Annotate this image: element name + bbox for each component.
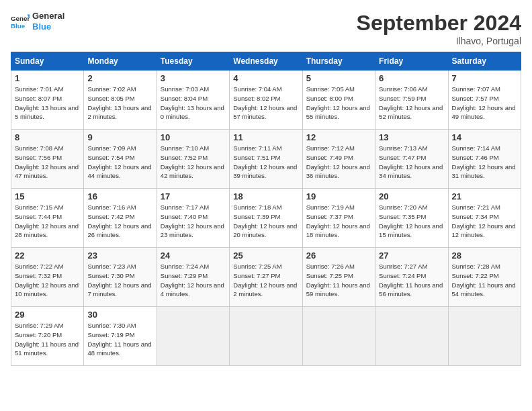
table-cell: 7 Sunrise: 7:07 AM Sunset: 7:57 PM Dayli… [448, 71, 521, 130]
day-number: 12 [306, 132, 371, 142]
calendar-header-row: Sunday Monday Tuesday Wednesday Thursday… [11, 52, 521, 71]
col-tuesday: Tuesday [157, 52, 229, 71]
daylight-text: Daylight: 12 hours and 47 minutes. [15, 163, 80, 181]
logo-blue: Blue [32, 21, 64, 32]
sunrise-text: Sunrise: 7:14 AM [452, 144, 517, 153]
sunrise-text: Sunrise: 7:17 AM [161, 203, 226, 212]
daylight-text: Daylight: 13 hours and 5 minutes. [15, 103, 80, 122]
table-cell: 19 Sunrise: 7:19 AM Sunset: 7:37 PM Dayl… [302, 189, 375, 248]
day-number: 26 [306, 250, 371, 261]
day-number: 4 [233, 73, 298, 83]
svg-text:General: General [11, 14, 30, 21]
day-info: Sunrise: 7:03 AM Sunset: 8:04 PM Dayligh… [161, 85, 226, 122]
day-number: 10 [161, 132, 226, 142]
daylight-text: Daylight: 12 hours and 49 minutes. [452, 103, 517, 122]
day-info: Sunrise: 7:18 AM Sunset: 7:39 PM Dayligh… [233, 203, 298, 240]
daylight-text: Daylight: 12 hours and 57 minutes. [233, 103, 298, 122]
table-cell [302, 307, 375, 366]
table-cell: 29 Sunrise: 7:29 AM Sunset: 7:20 PM Dayl… [11, 307, 84, 366]
sunrise-text: Sunrise: 7:28 AM [452, 262, 517, 271]
day-info: Sunrise: 7:13 AM Sunset: 7:47 PM Dayligh… [379, 144, 444, 181]
daylight-text: Daylight: 12 hours and 2 minutes. [233, 281, 298, 300]
sunset-text: Sunset: 7:56 PM [15, 153, 80, 163]
col-monday: Monday [84, 52, 157, 71]
daylight-text: Daylight: 13 hours and 0 minutes. [161, 103, 226, 122]
sunrise-text: Sunrise: 7:15 AM [15, 203, 80, 212]
day-number: 21 [452, 191, 517, 201]
day-info: Sunrise: 7:20 AM Sunset: 7:35 PM Dayligh… [379, 203, 444, 240]
sunset-text: Sunset: 7:22 PM [452, 271, 517, 281]
sunset-text: Sunset: 7:19 PM [87, 330, 152, 340]
daylight-text: Daylight: 12 hours and 10 minutes. [15, 281, 80, 300]
day-number: 5 [306, 73, 371, 83]
sunset-text: Sunset: 7:37 PM [306, 212, 371, 222]
day-number: 23 [87, 250, 152, 261]
logo: General Blue General Blue [11, 11, 64, 32]
day-info: Sunrise: 7:25 AM Sunset: 7:27 PM Dayligh… [233, 262, 298, 299]
sunrise-text: Sunrise: 7:12 AM [306, 144, 371, 153]
calendar-table: Sunday Monday Tuesday Wednesday Thursday… [11, 52, 521, 366]
page-header: General Blue General Blue September 2024… [11, 11, 521, 46]
day-info: Sunrise: 7:15 AM Sunset: 7:44 PM Dayligh… [15, 203, 80, 240]
table-cell [375, 307, 448, 366]
table-cell: 6 Sunrise: 7:06 AM Sunset: 7:59 PM Dayli… [375, 71, 448, 130]
sunrise-text: Sunrise: 7:04 AM [233, 85, 298, 94]
table-cell: 11 Sunrise: 7:11 AM Sunset: 7:51 PM Dayl… [230, 130, 302, 189]
sunrise-text: Sunrise: 7:29 AM [15, 321, 80, 330]
table-cell: 18 Sunrise: 7:18 AM Sunset: 7:39 PM Dayl… [230, 189, 302, 248]
day-info: Sunrise: 7:16 AM Sunset: 7:42 PM Dayligh… [87, 203, 152, 240]
sunrise-text: Sunrise: 7:11 AM [233, 144, 298, 153]
sunrise-text: Sunrise: 7:27 AM [379, 262, 444, 271]
daylight-text: Daylight: 12 hours and 39 minutes. [233, 163, 298, 181]
table-cell: 30 Sunrise: 7:30 AM Sunset: 7:19 PM Dayl… [84, 307, 157, 366]
daylight-text: Daylight: 12 hours and 18 minutes. [306, 222, 371, 240]
sunset-text: Sunset: 8:05 PM [87, 94, 152, 103]
table-cell: 15 Sunrise: 7:15 AM Sunset: 7:44 PM Dayl… [11, 189, 84, 248]
day-info: Sunrise: 7:21 AM Sunset: 7:34 PM Dayligh… [452, 203, 517, 240]
sunset-text: Sunset: 7:32 PM [15, 271, 80, 281]
sunset-text: Sunset: 7:27 PM [233, 271, 298, 281]
daylight-text: Daylight: 11 hours and 51 minutes. [15, 340, 80, 359]
day-number: 2 [87, 73, 152, 83]
table-cell: 12 Sunrise: 7:12 AM Sunset: 7:49 PM Dayl… [302, 130, 375, 189]
day-info: Sunrise: 7:19 AM Sunset: 7:37 PM Dayligh… [306, 203, 371, 240]
calendar-row: 22 Sunrise: 7:22 AM Sunset: 7:32 PM Dayl… [11, 248, 521, 307]
daylight-text: Daylight: 12 hours and 52 minutes. [379, 103, 444, 122]
day-info: Sunrise: 7:23 AM Sunset: 7:30 PM Dayligh… [87, 262, 152, 299]
sunrise-text: Sunrise: 7:05 AM [306, 85, 371, 94]
table-cell: 8 Sunrise: 7:08 AM Sunset: 7:56 PM Dayli… [11, 130, 84, 189]
table-cell [157, 307, 229, 366]
day-number: 16 [87, 191, 152, 201]
sunrise-text: Sunrise: 7:16 AM [87, 203, 152, 212]
daylight-text: Daylight: 12 hours and 44 minutes. [87, 163, 152, 181]
sunrise-text: Sunrise: 7:24 AM [161, 262, 226, 271]
day-number: 18 [233, 191, 298, 201]
day-number: 29 [15, 310, 80, 320]
sunset-text: Sunset: 7:49 PM [306, 153, 371, 163]
daylight-text: Daylight: 12 hours and 20 minutes. [233, 222, 298, 240]
sunset-text: Sunset: 7:29 PM [161, 271, 226, 281]
sunrise-text: Sunrise: 7:20 AM [379, 203, 444, 212]
logo-icon: General Blue [11, 12, 30, 31]
day-info: Sunrise: 7:11 AM Sunset: 7:51 PM Dayligh… [233, 144, 298, 181]
sunset-text: Sunset: 8:07 PM [15, 94, 80, 103]
day-info: Sunrise: 7:28 AM Sunset: 7:22 PM Dayligh… [452, 262, 517, 299]
day-info: Sunrise: 7:01 AM Sunset: 8:07 PM Dayligh… [15, 85, 80, 122]
sunrise-text: Sunrise: 7:25 AM [233, 262, 298, 271]
table-cell: 24 Sunrise: 7:24 AM Sunset: 7:29 PM Dayl… [157, 248, 229, 307]
day-info: Sunrise: 7:07 AM Sunset: 7:57 PM Dayligh… [452, 85, 517, 122]
sunrise-text: Sunrise: 7:01 AM [15, 85, 80, 94]
col-friday: Friday [375, 52, 448, 71]
day-info: Sunrise: 7:12 AM Sunset: 7:49 PM Dayligh… [306, 144, 371, 181]
day-number: 20 [379, 191, 444, 201]
day-info: Sunrise: 7:14 AM Sunset: 7:46 PM Dayligh… [452, 144, 517, 181]
sunset-text: Sunset: 7:54 PM [87, 153, 152, 163]
sunrise-text: Sunrise: 7:23 AM [87, 262, 152, 271]
day-number: 24 [161, 250, 226, 261]
day-number: 17 [161, 191, 226, 201]
daylight-text: Daylight: 12 hours and 31 minutes. [452, 163, 517, 181]
sunrise-text: Sunrise: 7:22 AM [15, 262, 80, 271]
daylight-text: Daylight: 11 hours and 48 minutes. [87, 340, 152, 359]
sunset-text: Sunset: 8:04 PM [161, 94, 226, 103]
day-info: Sunrise: 7:06 AM Sunset: 7:59 PM Dayligh… [379, 85, 444, 122]
